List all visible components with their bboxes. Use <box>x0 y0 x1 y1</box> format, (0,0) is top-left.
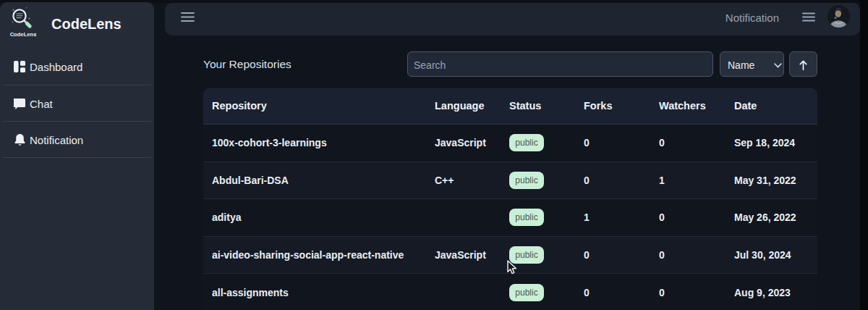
svg-text:CodeLens: CodeLens <box>10 31 37 36</box>
